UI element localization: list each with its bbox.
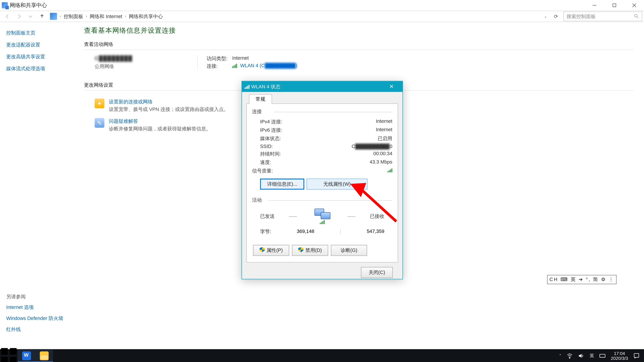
close-button[interactable]: 关闭(C) [361,267,393,278]
wlan-status-dialog: WLAN 4 状态 ✕ 常规 连接 IPv4 连接:Internet IPv6 … [242,81,403,279]
action-desc: 设置宽带、拨号或 VPN 连接；或设置路由器或接入点。 [109,106,228,113]
active-network: C████████ 公用网络 访问类型: Internet 连接: WLAN 4… [84,55,634,70]
network-name: C████████ [94,55,192,61]
nav-up-button[interactable] [36,10,48,22]
window-maximize-button[interactable] [604,0,624,10]
ssid-value: C██████████0 [352,144,392,149]
svg-line-5 [637,17,638,18]
dialog-close-button[interactable]: ✕ [383,83,400,90]
action-title: 问题疑难解答 [109,118,211,125]
see-also-defender-firewall[interactable]: Windows Defender 防火墙 [6,314,63,323]
dialog-panel: 连接 IPv4 连接:Internet IPv6 连接:Internet 媒体状… [246,103,398,263]
tray-clock[interactable]: 17:04 2020/3/3 [611,351,628,361]
taskbar-app-wps[interactable] [18,349,35,362]
breadcrumb-item[interactable]: 控制面板 [63,13,84,20]
access-type-value: Internet [232,55,249,62]
received-label: 已接收 [370,213,384,220]
sidebar-link-home[interactable]: 控制面板主页 [6,28,72,37]
speed-label: 速度: [260,159,271,166]
sidebar-link-media-stream[interactable]: 媒体流式处理选项 [6,64,72,73]
see-also: 另请参阅 Internet 选项 Windows Defender 防火墙 红外… [6,294,63,336]
refresh-button[interactable]: ⟳ [550,13,562,19]
chevron-right-icon: › [58,14,63,18]
signal-bars-icon [388,168,392,172]
network-type: 公用网络 [94,63,192,70]
dialog-tabs: 常规 [246,92,398,104]
taskbar-app-explorer[interactable] [36,349,53,362]
group-connection: 连接 [252,108,392,115]
activity-icon [311,209,333,224]
sidebar-link-adapters[interactable]: 更改适配器设置 [6,40,72,49]
bytes-label: 字节: [260,228,271,235]
properties-button[interactable]: 属性(P) [253,245,289,256]
connection-link[interactable]: WLAN 4 (C█████████) [232,63,298,69]
svg-rect-9 [10,348,16,355]
sent-label: 已发送 [260,213,275,220]
shield-icon [260,247,265,252]
tray-chevron-up-icon[interactable]: ˄ [559,354,561,358]
signal-quality-label: 信号质量: [252,168,273,174]
nav-recent-dropdown[interactable] [25,10,36,22]
tray-volume-icon[interactable] [578,353,584,359]
svg-point-12 [569,358,570,358]
tray-ime-indicator[interactable]: 英 [590,353,594,359]
disable-button[interactable]: 禁用(D) [292,245,328,256]
ipv4-label: IPv4 连接: [260,118,282,125]
details-button[interactable]: 详细信息(E)... [260,178,304,190]
duration-value: 00:00:34 [373,151,392,157]
ipv4-value: Internet [376,118,392,125]
nav-forward-button[interactable] [13,10,25,22]
wps-icon [22,352,31,360]
action-desc: 诊断并修复网络问题，或者获得疑难解答信息。 [109,125,211,132]
svg-point-4 [634,14,637,17]
sidebar-link-sharing[interactable]: 更改高级共享设置 [6,52,72,61]
window-titlebar: 网络和共享中心 [0,0,644,10]
wireless-properties-button[interactable]: 无线属性(W) [306,178,368,190]
diagnose-button[interactable]: 诊断(G) [331,245,367,256]
speed-value: 43.3 Mbps [370,159,392,166]
action-title: 设置新的连接或网络 [109,98,228,105]
system-tray: ˄ 英 17:04 2020/3/3 [559,351,644,361]
svg-rect-11 [10,357,16,362]
tray-notifications-icon[interactable] [634,353,640,359]
nav-back-button[interactable] [2,10,14,22]
signal-bars-icon [232,64,237,68]
window-close-button[interactable] [624,0,644,10]
active-networks-heading: 查看活动网络 [84,39,634,50]
ssid-label: SSID: [260,144,273,149]
tab-general[interactable]: 常规 [249,94,272,104]
duration-label: 持续时间: [260,151,281,157]
received-bytes: 547,359 [367,228,384,235]
sent-bytes: 369,148 [297,228,314,235]
tray-time: 17:04 [611,351,628,356]
breadcrumb[interactable]: › 控制面板 › 网络和 Internet › 网络和共享中心 ⌄ [48,11,550,22]
see-also-internet-options[interactable]: Internet 选项 [6,303,63,312]
ipv6-label: IPv6 连接: [260,127,282,134]
ipv6-value: Internet [376,127,392,134]
dialog-titlebar[interactable]: WLAN 4 状态 ✕ [242,81,402,92]
svg-rect-13 [600,354,605,357]
chevron-right-icon: › [123,14,128,18]
search-input[interactable]: 搜索控制面板 [564,11,642,21]
tray-wifi-icon[interactable] [567,353,573,359]
search-placeholder: 搜索控制面板 [566,13,596,20]
breadcrumb-item[interactable]: 网络和共享中心 [128,13,164,20]
taskbar: ˄ 英 17:04 2020/3/3 [0,349,644,362]
windows-logo-icon [0,347,18,362]
start-button[interactable] [0,349,18,362]
see-also-infrared[interactable]: 红外线 [6,325,63,334]
svg-rect-8 [1,348,8,355]
tray-keyboard-icon[interactable] [600,353,606,359]
breadcrumb-item[interactable]: 网络和 Internet [89,13,123,20]
media-state-value: 已启用 [378,135,392,142]
breadcrumb-dropdown[interactable]: ⌄ [541,14,550,18]
connection-label: 连接: [206,63,232,69]
folder-icon [40,352,49,360]
svg-rect-1 [613,4,616,7]
dialog-title: WLAN 4 状态 [251,83,280,90]
troubleshoot-icon: ✎ [94,118,104,128]
see-also-heading: 另请参阅 [6,294,63,300]
media-state-label: 媒体状态: [260,135,281,142]
window-minimize-button[interactable] [584,0,604,10]
ime-language-bar[interactable]: CH ⌨ 英 ➔ °, 简 ⚙ ⋮ [547,275,616,284]
